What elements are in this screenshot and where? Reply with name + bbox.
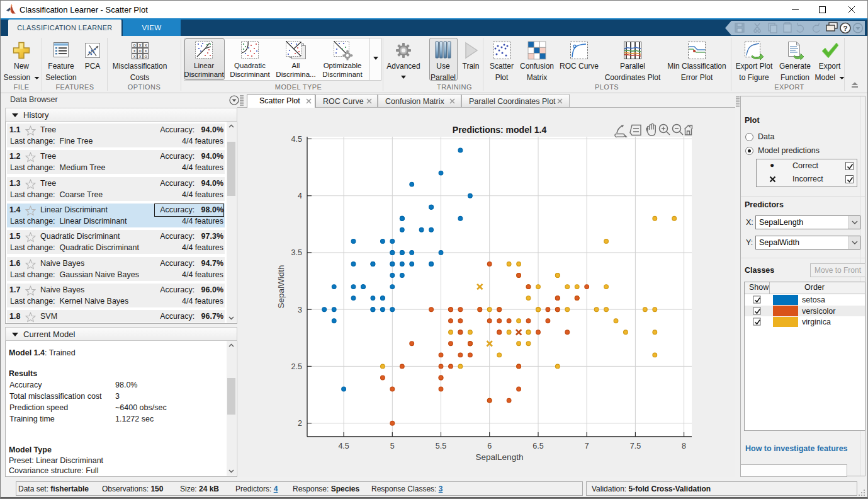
svg-text:6.5: 6.5 bbox=[533, 442, 543, 450]
svg-text:7: 7 bbox=[585, 442, 589, 450]
svg-text:2.5: 2.5 bbox=[291, 362, 302, 371]
svg-text:4.5: 4.5 bbox=[291, 135, 302, 144]
svg-text:x: x bbox=[133, 54, 136, 59]
svg-text:7.5: 7.5 bbox=[630, 442, 641, 450]
svg-text:4: 4 bbox=[298, 192, 302, 200]
svg-text:o: o bbox=[138, 48, 141, 54]
svg-text:o: o bbox=[133, 42, 135, 48]
svg-text:2: 2 bbox=[298, 419, 302, 428]
svg-text:SepalLength: SepalLength bbox=[476, 452, 524, 462]
svg-text:Predictions: model 1.4: Predictions: model 1.4 bbox=[453, 125, 547, 135]
svg-text:x: x bbox=[139, 42, 142, 48]
svg-text:x: x bbox=[145, 42, 147, 48]
svg-text:4.5: 4.5 bbox=[338, 442, 349, 450]
svg-text:8: 8 bbox=[682, 442, 686, 450]
svg-text:3.5: 3.5 bbox=[291, 248, 302, 257]
svg-text:SepalWidth: SepalWidth bbox=[276, 265, 286, 308]
svg-text:5.5: 5.5 bbox=[436, 442, 446, 450]
svg-text:x: x bbox=[133, 48, 136, 54]
svg-text:o: o bbox=[144, 54, 147, 59]
svg-text:5: 5 bbox=[390, 442, 395, 450]
svg-text:?: ? bbox=[843, 25, 847, 32]
svg-text:6: 6 bbox=[487, 442, 492, 450]
svg-text:x: x bbox=[139, 54, 142, 59]
svg-text:3: 3 bbox=[298, 306, 302, 314]
svg-text:x: x bbox=[145, 48, 147, 54]
